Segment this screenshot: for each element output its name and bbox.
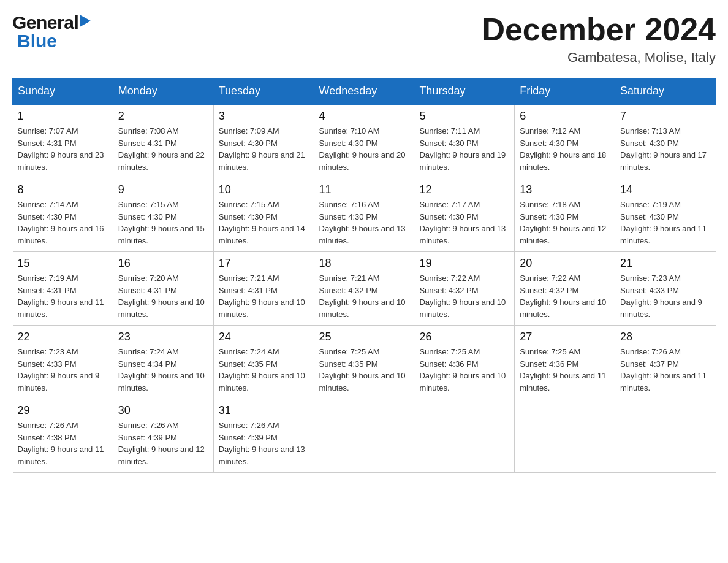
day-number: 31: [219, 404, 309, 417]
day-info: Sunrise: 7:10 AM Sunset: 4:30 PM Dayligh…: [319, 125, 409, 173]
logo: General Blue: [12, 12, 93, 52]
calendar-cell: [414, 399, 515, 473]
logo-triangle-icon: [80, 15, 93, 28]
day-info: Sunrise: 7:19 AM Sunset: 4:31 PM Dayligh…: [18, 272, 108, 320]
daylight-label: Daylight: 9 hours and 11 minutes.: [18, 297, 104, 319]
sunset-label: Sunset: 4:39 PM: [118, 433, 177, 442]
day-info: Sunrise: 7:18 AM Sunset: 4:30 PM Dayligh…: [520, 199, 610, 247]
calendar-cell: 2 Sunrise: 7:08 AM Sunset: 4:31 PM Dayli…: [113, 104, 213, 178]
daylight-label: Daylight: 9 hours and 11 minutes.: [18, 445, 104, 466]
sunset-label: Sunset: 4:30 PM: [18, 212, 77, 221]
sunset-label: Sunset: 4:34 PM: [118, 359, 177, 369]
sunrise-label: Sunrise: 7:07 AM: [18, 126, 78, 136]
calendar-cell: 27 Sunrise: 7:25 AM Sunset: 4:36 PM Dayl…: [515, 326, 615, 399]
day-number: 19: [419, 257, 509, 270]
sunset-label: Sunset: 4:30 PM: [620, 139, 679, 148]
day-info: Sunrise: 7:22 AM Sunset: 4:32 PM Dayligh…: [520, 272, 610, 320]
calendar-cell: 14 Sunrise: 7:19 AM Sunset: 4:30 PM Dayl…: [615, 178, 716, 252]
calendar-cell: 30 Sunrise: 7:26 AM Sunset: 4:39 PM Dayl…: [113, 399, 213, 473]
day-info: Sunrise: 7:21 AM Sunset: 4:32 PM Dayligh…: [319, 272, 409, 320]
sunset-label: Sunset: 4:35 PM: [319, 359, 378, 369]
sunrise-label: Sunrise: 7:12 AM: [520, 126, 580, 136]
daylight-label: Daylight: 9 hours and 9 minutes.: [620, 297, 702, 319]
day-info: Sunrise: 7:26 AM Sunset: 4:39 PM Dayligh…: [118, 419, 208, 467]
sunset-label: Sunset: 4:36 PM: [520, 359, 578, 369]
daylight-label: Daylight: 9 hours and 16 minutes.: [18, 224, 104, 245]
day-number: 10: [219, 183, 309, 196]
calendar-cell: 25 Sunrise: 7:25 AM Sunset: 4:35 PM Dayl…: [314, 326, 414, 399]
day-info: Sunrise: 7:24 AM Sunset: 4:35 PM Dayligh…: [219, 346, 309, 394]
sunrise-label: Sunrise: 7:15 AM: [219, 200, 279, 209]
day-info: Sunrise: 7:25 AM Sunset: 4:36 PM Dayligh…: [419, 346, 509, 394]
sunrise-label: Sunrise: 7:11 AM: [419, 126, 480, 136]
daylight-label: Daylight: 9 hours and 10 minutes.: [219, 297, 305, 319]
calendar-cell: 23 Sunrise: 7:24 AM Sunset: 4:34 PM Dayl…: [113, 326, 213, 399]
sunrise-label: Sunrise: 7:18 AM: [520, 200, 580, 209]
title-area: December 2024 Gambatesa, Molise, Italy: [482, 12, 716, 66]
day-info: Sunrise: 7:15 AM Sunset: 4:30 PM Dayligh…: [219, 199, 309, 247]
sunrise-label: Sunrise: 7:15 AM: [118, 200, 179, 209]
calendar-cell: 24 Sunrise: 7:24 AM Sunset: 4:35 PM Dayl…: [213, 326, 314, 399]
daylight-label: Daylight: 9 hours and 10 minutes.: [520, 297, 606, 319]
daylight-label: Daylight: 9 hours and 13 minutes.: [219, 445, 305, 466]
sunset-label: Sunset: 4:30 PM: [219, 139, 278, 148]
day-info: Sunrise: 7:26 AM Sunset: 4:37 PM Dayligh…: [620, 346, 710, 394]
day-info: Sunrise: 7:11 AM Sunset: 4:30 PM Dayligh…: [419, 125, 509, 173]
sunrise-label: Sunrise: 7:26 AM: [219, 421, 279, 430]
daylight-label: Daylight: 9 hours and 21 minutes.: [219, 150, 305, 172]
calendar-cell: 19 Sunrise: 7:22 AM Sunset: 4:32 PM Dayl…: [414, 252, 515, 326]
calendar-week-row-1: 1 Sunrise: 7:07 AM Sunset: 4:31 PM Dayli…: [13, 104, 716, 178]
sunrise-label: Sunrise: 7:26 AM: [18, 421, 78, 430]
daylight-label: Daylight: 9 hours and 13 minutes.: [319, 224, 406, 245]
calendar-cell: [615, 399, 716, 473]
sunset-label: Sunset: 4:37 PM: [620, 359, 679, 369]
daylight-label: Daylight: 9 hours and 22 minutes.: [118, 150, 205, 172]
sunset-label: Sunset: 4:30 PM: [419, 212, 478, 221]
day-number: 29: [18, 404, 108, 417]
daylight-label: Daylight: 9 hours and 10 minutes.: [118, 297, 205, 319]
calendar-cell: 21 Sunrise: 7:23 AM Sunset: 4:33 PM Dayl…: [615, 252, 716, 326]
day-number: 17: [219, 257, 309, 270]
sunrise-label: Sunrise: 7:24 AM: [118, 347, 179, 356]
calendar-cell: 12 Sunrise: 7:17 AM Sunset: 4:30 PM Dayl…: [414, 178, 515, 252]
sunrise-label: Sunrise: 7:20 AM: [118, 274, 179, 283]
sunset-label: Sunset: 4:31 PM: [18, 286, 77, 295]
daylight-label: Daylight: 9 hours and 10 minutes.: [419, 371, 506, 393]
sunrise-label: Sunrise: 7:13 AM: [620, 126, 681, 136]
daylight-label: Daylight: 9 hours and 10 minutes.: [219, 371, 305, 393]
sunset-label: Sunset: 4:30 PM: [118, 212, 177, 221]
calendar-cell: 20 Sunrise: 7:22 AM Sunset: 4:32 PM Dayl…: [515, 252, 615, 326]
day-number: 15: [18, 257, 108, 270]
calendar-day-header-saturday: Saturday: [615, 79, 716, 105]
sunset-label: Sunset: 4:32 PM: [319, 286, 378, 295]
daylight-label: Daylight: 9 hours and 18 minutes.: [520, 150, 606, 172]
calendar-cell: 5 Sunrise: 7:11 AM Sunset: 4:30 PM Dayli…: [414, 104, 515, 178]
day-number: 8: [18, 183, 108, 196]
logo-blue-text: Blue: [17, 31, 57, 52]
day-info: Sunrise: 7:26 AM Sunset: 4:39 PM Dayligh…: [219, 419, 309, 467]
daylight-label: Daylight: 9 hours and 19 minutes.: [419, 150, 506, 172]
daylight-label: Daylight: 9 hours and 9 minutes.: [18, 371, 100, 393]
day-info: Sunrise: 7:14 AM Sunset: 4:30 PM Dayligh…: [18, 199, 108, 247]
sunrise-label: Sunrise: 7:17 AM: [419, 200, 480, 209]
daylight-label: Daylight: 9 hours and 13 minutes.: [419, 224, 506, 245]
calendar-cell: 9 Sunrise: 7:15 AM Sunset: 4:30 PM Dayli…: [113, 178, 213, 252]
day-number: 9: [118, 183, 208, 196]
calendar-cell: 29 Sunrise: 7:26 AM Sunset: 4:38 PM Dayl…: [13, 399, 113, 473]
day-info: Sunrise: 7:22 AM Sunset: 4:32 PM Dayligh…: [419, 272, 509, 320]
sunset-label: Sunset: 4:31 PM: [219, 286, 278, 295]
daylight-label: Daylight: 9 hours and 14 minutes.: [219, 224, 305, 245]
sunrise-label: Sunrise: 7:22 AM: [419, 274, 480, 283]
day-number: 25: [319, 331, 409, 343]
calendar-cell: 8 Sunrise: 7:14 AM Sunset: 4:30 PM Dayli…: [13, 178, 113, 252]
sunrise-label: Sunrise: 7:26 AM: [118, 421, 179, 430]
day-number: 12: [419, 183, 509, 196]
day-number: 11: [319, 183, 409, 196]
daylight-label: Daylight: 9 hours and 10 minutes.: [419, 297, 506, 319]
calendar-cell: 22 Sunrise: 7:23 AM Sunset: 4:33 PM Dayl…: [13, 326, 113, 399]
day-number: 2: [118, 110, 208, 123]
day-number: 27: [520, 331, 610, 343]
sunset-label: Sunset: 4:31 PM: [118, 286, 177, 295]
sunrise-label: Sunrise: 7:25 AM: [319, 347, 380, 356]
sunset-label: Sunset: 4:30 PM: [319, 139, 378, 148]
